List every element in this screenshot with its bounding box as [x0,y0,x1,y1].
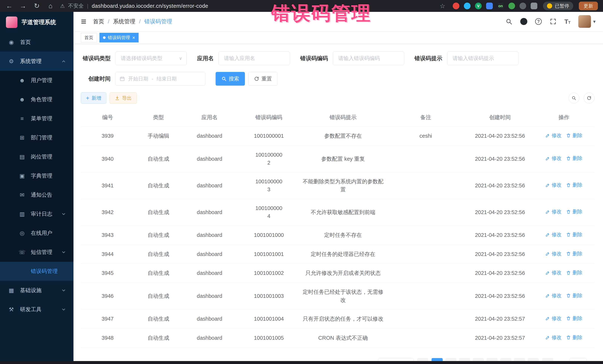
app-name-input[interactable] [219,52,290,65]
update-button[interactable]: 更新 [579,2,598,10]
delete-link[interactable]: 删除 [566,132,582,139]
url-bar[interactable]: ⚠ 不安全 | dashboard.yudao.iocoder.cn/syste… [60,2,447,10]
view-tag[interactable]: 错误码管理× [99,33,139,43]
sidebar-item-infrastructure[interactable]: ▦基础设施 [0,281,73,300]
cell-actions: 修改删除 [533,145,594,172]
cell-id: 3939 [81,127,134,146]
calendar-icon [120,76,125,81]
sidebar-item-menu-list[interactable]: ≡菜单管理 [0,109,73,128]
breadcrumb-item[interactable]: 首页 [93,18,104,25]
error-code-input[interactable] [333,52,404,65]
reset-button[interactable]: 重置 [248,72,278,86]
cell-app: dashboard [183,199,237,226]
sidebar-item-dashboard[interactable]: ◉首页 [0,33,73,52]
breadcrumb-item[interactable]: 系统管理 [113,18,135,25]
sidebar-item-role[interactable]: ☻角色管理 [0,90,73,109]
edit-link[interactable]: 修改 [545,181,562,189]
edit-link[interactable]: 修改 [545,334,562,342]
edit-link[interactable]: 修改 [545,292,562,299]
sidebar-item-user[interactable]: ☻用户管理 [0,71,73,90]
delete-link[interactable]: 删除 [566,334,582,342]
sidebar-item-label: 用户管理 [31,77,66,84]
breadcrumb: 首页/系统管理/错误码管理 [93,18,172,25]
sidebar-item-dictionary[interactable]: ▣字典管理 [0,166,73,185]
delete-link[interactable]: 删除 [566,315,582,322]
user-avatar[interactable]: ▾ [578,15,596,28]
puzzle-extension-icon[interactable] [531,3,537,9]
delete-link[interactable]: 删除 [566,181,582,189]
cell-actions: 修改删除 [533,264,594,283]
column-header: 错误码提示 [301,109,385,127]
date-range-picker[interactable]: 开始日期 - 结束日期 [116,72,205,86]
github-icon[interactable] [520,18,527,25]
help-icon[interactable]: ? [535,18,542,25]
toolbar-search-button[interactable] [568,93,579,103]
cell-type: 自动生成 [134,309,183,329]
table-row: 3941自动生成dashboard1001000003不能删除类型为系统内置的参… [81,172,594,199]
search-button[interactable]: 搜索 [216,72,245,86]
chevron-down-icon [61,212,66,217]
green-leaf-extension-icon[interactable] [508,3,515,9]
sidebar-item-label: 基础设施 [20,287,56,294]
edit-link[interactable]: 修改 [545,315,562,322]
cell-type: 自动生成 [134,283,183,309]
view-tag[interactable]: 首页 [81,33,97,43]
error-code-type-select[interactable] [116,52,187,65]
edit-link[interactable]: 修改 [545,269,562,276]
cell-code: 1001001004 [237,309,301,329]
edit-link[interactable]: 修改 [545,154,562,162]
table-row: 3946自动生成dashboard1001001003定时任务已经处于该状态，无… [81,283,594,309]
red-record-extension-icon[interactable] [453,3,459,9]
blue-drop-extension-icon[interactable] [464,3,471,9]
bookmark-star-icon[interactable]: ☆ [440,2,447,10]
blue-grid-extension-icon[interactable] [486,3,493,9]
delete-link[interactable]: 删除 [566,208,582,216]
forward-arrow-icon[interactable]: → [19,2,27,10]
on-badge-extension-icon[interactable]: on [497,3,504,9]
cell-code: 1001001000 [237,226,301,245]
main-area: ≡ 首页/系统管理/错误码管理 ? TT ▾ 首页错误码管理× [73,12,603,364]
cell-app: dashboard [183,245,237,264]
paused-pill[interactable]: 已暂停 [543,2,573,10]
font-size-icon[interactable]: TT [564,18,570,25]
pin-extension-icon[interactable] [520,3,526,9]
sidebar-item-announcement[interactable]: ✉通知公告 [0,185,73,204]
sidebar-item-dev-tools[interactable]: ⚒研发工具 [0,300,73,319]
cell-remark [385,226,467,245]
sidebar-item-sms[interactable]: ☏短信管理 [0,243,73,262]
edit-link[interactable]: 修改 [545,231,562,239]
back-arrow-icon[interactable]: ← [5,2,13,10]
delete-link[interactable]: 删除 [566,231,582,239]
cell-remark [385,145,467,172]
reload-icon[interactable]: ↻ [33,2,41,10]
add-button[interactable]: + 新增 [81,92,106,104]
sidebar-item-gear[interactable]: ⚙系统管理 [0,52,73,71]
sidebar-item-department[interactable]: ⊞部门管理 [0,128,73,147]
fullscreen-icon[interactable] [550,18,557,25]
delete-link[interactable]: 删除 [566,292,582,299]
hamburger-icon[interactable]: ≡ [81,17,86,26]
close-icon[interactable]: × [132,35,135,40]
app-logo-row[interactable]: 芋道管理系统 [0,12,73,33]
breadcrumb-separator: / [139,18,141,25]
delete-link[interactable]: 删除 [566,154,582,162]
delete-link[interactable]: 删除 [566,250,582,258]
announcement-icon: ✉ [18,192,26,198]
search-icon[interactable] [505,18,512,25]
edit-link[interactable]: 修改 [545,250,562,258]
green-v-extension-icon[interactable]: V [475,3,482,9]
sidebar-item-post[interactable]: ▤岗位管理 [0,147,73,166]
cell-type: 自动生成 [134,226,183,245]
edit-link[interactable]: 修改 [545,208,562,216]
export-button[interactable]: 导出 [110,92,137,104]
error-hint-input[interactable] [447,52,518,65]
sidebar-item-online-user[interactable]: ◎在线用户 [0,223,73,243]
cell-created: 2021-04-20 23:52:56 [467,145,533,172]
sidebar-item-audit-log[interactable]: ▥审计日志 [0,204,73,223]
sidebar-item-error-code[interactable]: 错误码管理 [0,262,73,281]
edit-link[interactable]: 修改 [545,132,562,139]
toolbar-refresh-button[interactable] [584,93,594,103]
home-icon[interactable]: ⌂ [46,2,55,10]
refresh-icon [587,96,591,100]
delete-link[interactable]: 删除 [566,269,582,276]
